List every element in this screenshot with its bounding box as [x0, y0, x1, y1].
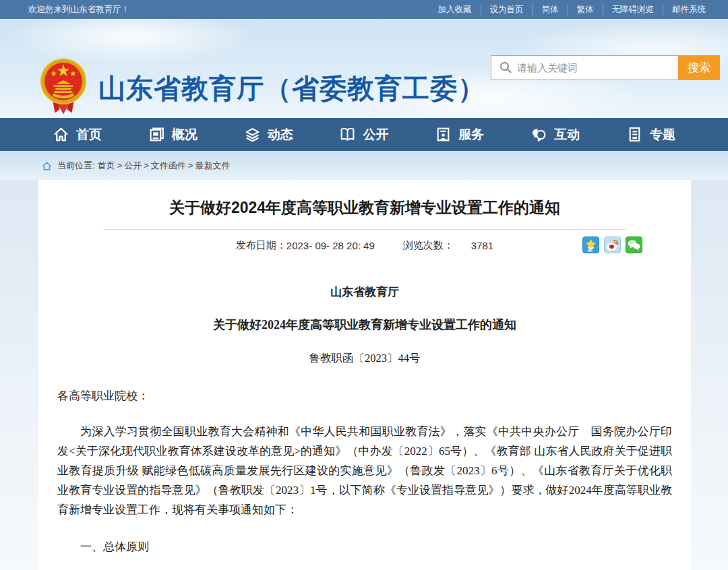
nav-label: 公开 — [363, 126, 388, 144]
page-background: 关于做好2024年度高等职业教育新增专业设置工作的通知 发布日期： 2023- … — [0, 180, 728, 570]
mail-system-link[interactable]: 邮件系统 — [663, 4, 715, 15]
chat-bubbles-icon — [530, 126, 547, 143]
news-layers-icon — [244, 126, 261, 143]
article-title: 关于做好2024年度高等职业教育新增专业设置工作的通知 — [56, 180, 673, 218]
site-search: 搜索 — [491, 55, 720, 80]
qzone-share-icon[interactable] — [582, 236, 599, 253]
set-homepage-link[interactable]: 设为首页 — [481, 4, 533, 15]
share-icons — [582, 236, 642, 253]
breadcrumb-separator: > — [144, 160, 149, 170]
traditional-chinese-link[interactable]: 繁体 — [568, 4, 603, 15]
nav-label: 首页 — [76, 126, 102, 144]
publish-date-label: 发布日期： — [236, 239, 286, 252]
views-label: 浏览次数： — [403, 239, 454, 252]
overview-icon — [148, 126, 165, 143]
nav-label: 概况 — [172, 126, 198, 144]
breadcrumb-item-documents[interactable]: 文件函件 — [151, 160, 186, 172]
topbar-links: 加入收藏 设为首页 简体 繁体 无障碍浏览 邮件系统 — [429, 4, 715, 15]
document-title: 关于做好2024年度高等职业教育新增专业设置工作的通知 — [57, 315, 672, 335]
nav-label: 互动 — [554, 126, 580, 144]
nav-item-overview[interactable]: 概况 — [148, 126, 198, 144]
document-issuing-org: 山东省教育厅 — [57, 282, 672, 302]
topics-doc-icon — [626, 126, 643, 143]
article-container: 关于做好2024年度高等职业教育新增专业设置工作的通知 发布日期： 2023- … — [38, 180, 691, 570]
section-heading: 一、总体原则 — [57, 537, 672, 557]
breadcrumb-separator: > — [117, 160, 123, 170]
document-number: 鲁教职函〔2023〕44号 — [57, 348, 672, 368]
welcome-text: 欢迎您来到山东省教育厅！ — [28, 4, 129, 15]
open-book-icon — [339, 126, 356, 143]
nav-label: 动态 — [268, 126, 293, 144]
accessibility-link[interactable]: 无障碍浏览 — [603, 4, 663, 15]
nav-item-disclosure[interactable]: 公开 — [339, 126, 388, 144]
nav-item-home[interactable]: 首页 — [53, 126, 102, 144]
article-meta-row: 发布日期： 2023- 09- 28 20: 49 浏览次数： 3781 — [56, 230, 673, 261]
nav-label: 专题 — [650, 126, 675, 144]
search-button[interactable]: 搜索 — [678, 55, 720, 80]
home-icon — [53, 126, 69, 143]
national-emblem-logo[interactable] — [39, 56, 88, 117]
nav-label: 服务 — [458, 126, 484, 144]
nav-item-news[interactable]: 动态 — [244, 126, 293, 144]
article-body: 山东省教育厅 关于做好2024年度高等职业教育新增专业设置工作的通知 鲁教职函〔… — [56, 282, 673, 570]
breadcrumb-home-icon — [42, 161, 52, 171]
breadcrumb: 当前位置: 首页 > 公开 > 文件函件 > 最新文件 — [0, 151, 728, 180]
site-title[interactable]: 山东省教育厅（省委教育工委） — [98, 70, 485, 107]
salutation: 各高等职业院校： — [57, 386, 672, 406]
nav-item-topics[interactable]: 专题 — [626, 126, 675, 144]
weibo-share-icon[interactable] — [604, 236, 621, 253]
simplified-chinese-link[interactable]: 简体 — [533, 4, 568, 15]
service-doc-icon — [435, 126, 452, 143]
main-nav: 首页 概况 动态 公开 服务 — [0, 118, 728, 151]
nav-item-services[interactable]: 服务 — [435, 126, 484, 144]
top-utility-bar: 欢迎您来到山东省教育厅！ 加入收藏 设为首页 简体 繁体 无障碍浏览 邮件系统 — [0, 0, 728, 19]
breadcrumb-item-home[interactable]: 首页 — [98, 160, 115, 172]
nav-item-interaction[interactable]: 互动 — [530, 126, 580, 144]
wechat-share-icon[interactable] — [626, 236, 642, 253]
breadcrumb-prefix: 当前位置: — [57, 160, 95, 172]
site-header: 山东省教育厅（省委教育工委） 搜索 — [0, 19, 728, 118]
views-value: 3781 — [471, 240, 493, 251]
publish-date-value: 2023- 09- 28 20: 49 — [286, 240, 375, 251]
paragraph: 为深入学习贯彻全国职业教育大会精神和《中华人民共和国职业教育法》，落实《中共中央… — [57, 422, 672, 519]
search-icon — [499, 61, 512, 74]
breadcrumb-item-disclosure[interactable]: 公开 — [124, 160, 142, 172]
breadcrumb-item-latest[interactable]: 最新文件 — [195, 160, 230, 172]
breadcrumb-separator: > — [188, 160, 193, 170]
add-favorite-link[interactable]: 加入收藏 — [429, 4, 481, 15]
search-input[interactable] — [491, 55, 678, 80]
